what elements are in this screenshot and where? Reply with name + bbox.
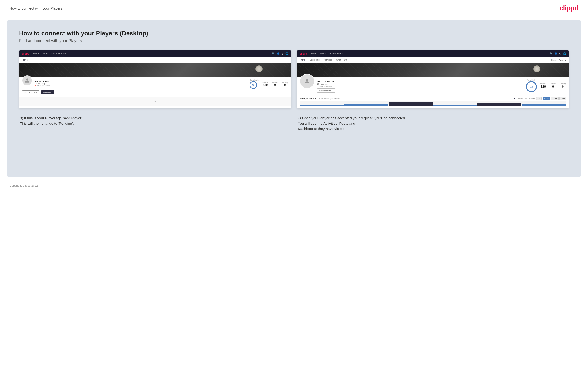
tab-activities-right[interactable]: Activities [324, 57, 332, 63]
settings-icon-right[interactable]: ⚙ [559, 52, 561, 55]
left-nav-logo: clippd [22, 52, 29, 55]
chart-bar-2 [345, 104, 388, 106]
right-stat-followers: Followers 0 [550, 83, 556, 88]
clippd-logo: clippd [560, 4, 579, 12]
tab-profile-left[interactable]: Profile [22, 57, 28, 63]
page-footer: Copyright Clippd 2022 [0, 182, 588, 190]
legend-off-course-label: Off course [528, 98, 535, 99]
legend-on-course-label: On course [517, 98, 524, 99]
tab-dashboard-right[interactable]: Dashboard [310, 57, 320, 63]
globe-icon[interactable]: 🌐 [285, 52, 288, 55]
description-right-text: 4) Once your Player has accepted your re… [298, 116, 568, 132]
right-nav-teams[interactable]: Teams [320, 52, 326, 55]
right-player-name: Marcus Turner [317, 80, 524, 83]
activity-filters: On course Off course 1 yr 6 mths 3 mths … [514, 97, 566, 100]
right-player-handicap: 1-5 Handicap [317, 83, 524, 85]
chart-bar-3 [389, 102, 433, 106]
chart-bar-1 [300, 105, 344, 106]
description-left-text: 3) If this is your Player tap, 'Add Play… [20, 116, 290, 126]
screenshots-row: clippd Home Teams My Performance 🔍 👤 ⚙ 🌐… [19, 50, 569, 108]
left-chart-area: ✂ [19, 97, 291, 106]
left-nav-home[interactable]: Home [33, 52, 39, 55]
filter-3mths[interactable]: 3 mths [551, 97, 559, 100]
left-player-name: Marcus Turner [35, 80, 247, 83]
left-banner [19, 63, 291, 77]
filter-1mth[interactable]: 1 mth [560, 97, 566, 100]
screenshot-right: clippd Home Teams My Performance 🔍 👤 ⚙ 🌐… [297, 50, 569, 108]
settings-icon[interactable]: ⚙ [281, 52, 284, 55]
left-nav-performance[interactable]: My Performance [51, 52, 66, 55]
right-nav-logo: clippd [300, 52, 307, 55]
activity-subtitle: Monthly Activity · 6 Months [319, 97, 340, 100]
left-nav-items: Home Teams My Performance [33, 52, 67, 55]
filter-1yr[interactable]: 1 yr [536, 97, 542, 100]
left-player-location: 📍 United Kingdom [35, 84, 247, 87]
right-nav-home[interactable]: Home [311, 52, 317, 55]
right-nav-icons: 🔍 👤 ⚙ 🌐 [550, 52, 566, 55]
main-subtitle: Find and connect with your Players [19, 39, 569, 43]
pin-icon: 📍 [35, 84, 37, 87]
filter-6mths[interactable]: 6 mths [543, 97, 550, 100]
top-divider [9, 15, 579, 16]
right-player-info: Marcus Turner 1-5 Handicap 📍 United King… [317, 80, 524, 93]
left-player-info: Marcus Turner 1-5 Handicap 📍 United King… [35, 80, 247, 87]
left-stats-row: Player Quality 92 Activities 129 Followe… [250, 79, 288, 89]
right-profile-row: Marcus Turner 1-5 Handicap 📍 United King… [300, 79, 566, 93]
pin-icon-right: 📍 [317, 85, 319, 87]
main-title: How to connect with your Players (Deskto… [19, 30, 569, 37]
description-right: 4) Once your Player has accepted your re… [297, 116, 569, 132]
activity-header: Activity Summary Monthly Activity · 6 Mo… [300, 97, 566, 100]
right-stats-row: Player Quality 92 Activities 129 Followe… [526, 79, 566, 92]
user-icon[interactable]: 👤 [277, 52, 279, 55]
left-nav: clippd Home Teams My Performance 🔍 👤 ⚙ 🌐 [19, 50, 291, 57]
globe-icon-right[interactable]: 🌐 [563, 52, 566, 55]
activity-title: Activity Summary [300, 97, 316, 100]
activity-legend: On course Off course [514, 98, 535, 99]
left-nav-icons: 🔍 👤 ⚙ 🌐 [272, 52, 288, 55]
legend-off-course [525, 98, 527, 99]
request-follow-button[interactable]: Request to Follow [22, 90, 40, 94]
right-tabs: Profile Dashboard Activities What To On … [297, 57, 569, 63]
tab-whattoon-right[interactable]: What To On [336, 57, 347, 63]
chart-bar-4 [433, 105, 477, 106]
scissors-icon: ✂ [154, 99, 157, 104]
tab-profile-right[interactable]: Profile [300, 57, 305, 63]
right-nav: clippd Home Teams My Performance 🔍 👤 ⚙ 🌐 [297, 50, 569, 57]
right-activity-section: Activity Summary Monthly Activity · 6 Mo… [297, 95, 569, 108]
right-player-location: 📍 United Kingdom [317, 85, 524, 87]
description-left: 3) If this is your Player tap, 'Add Play… [19, 116, 291, 132]
right-quality-circle: 92 [526, 81, 537, 92]
remove-player-button[interactable]: Remove Player ✕ [317, 88, 335, 93]
left-stat-followers: Followers 0 [272, 82, 278, 86]
right-nav-performance[interactable]: My Performance [329, 52, 344, 55]
left-avatar [22, 75, 32, 86]
chart-bar-5 [477, 103, 521, 106]
chart-bar-6 [522, 104, 566, 106]
right-profile-section: Marcus Turner 1-5 Handicap 📍 United King… [297, 77, 569, 95]
right-nav-items: Home Teams My Performance [311, 52, 345, 55]
left-stat-activities: Activities 129 [262, 82, 268, 86]
right-stat-following: Following 0 [560, 83, 566, 88]
left-nav-teams[interactable]: Teams [42, 52, 48, 55]
activity-chart [300, 101, 566, 106]
svg-point-0 [26, 78, 28, 81]
left-profile-section: Marcus Turner 1-5 Handicap 📍 United King… [19, 77, 291, 97]
legend-on-course [514, 98, 515, 99]
left-tabs: Profile [19, 57, 291, 63]
right-banner [297, 63, 569, 77]
left-quality-circle: 92 [250, 81, 257, 89]
screenshot-left: clippd Home Teams My Performance 🔍 👤 ⚙ 🌐… [19, 50, 291, 108]
breadcrumb: How to connect with your Players [9, 6, 62, 10]
left-quality: Player Quality 92 [250, 79, 259, 89]
tab-user-right[interactable]: Marcus Turner ▾ [551, 59, 566, 61]
right-avatar [300, 74, 314, 89]
left-action-buttons: Request to Follow Add Player + [22, 90, 288, 94]
right-quality: Player Quality 92 [526, 79, 537, 92]
main-content: How to connect with your Players (Deskto… [7, 20, 581, 177]
search-icon[interactable]: 🔍 [272, 52, 275, 55]
search-icon-right[interactable]: 🔍 [550, 52, 553, 55]
add-player-button[interactable]: Add Player + [41, 90, 54, 94]
right-stat-activities: Activities 129 [540, 83, 546, 88]
user-icon-right[interactable]: 👤 [554, 52, 557, 55]
copyright-text: Copyright Clippd 2022 [9, 184, 38, 187]
